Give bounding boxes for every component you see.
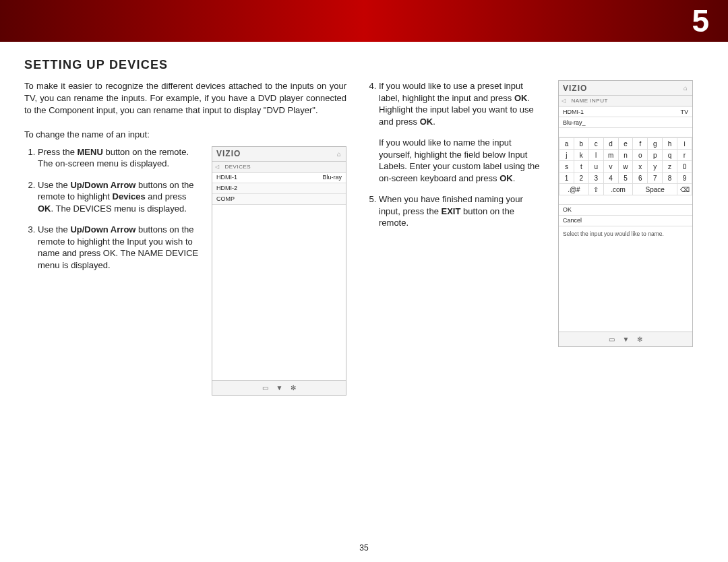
kb-key[interactable]: 2 xyxy=(574,173,588,184)
kb-key[interactable]: q xyxy=(663,150,677,161)
kb-key[interactable]: f xyxy=(633,138,648,150)
kb-key[interactable]: l xyxy=(588,150,603,161)
kb-key[interactable]: 3 xyxy=(588,173,603,184)
kb-key[interactable]: 0 xyxy=(677,161,692,173)
kb-key[interactable]: v xyxy=(603,161,618,173)
step-4: If you would like to use a preset input … xyxy=(379,80,545,127)
keyboard: abcdefghi jklmnopqr stuvwxyz0 123456789 … xyxy=(559,137,692,195)
step-4-alt: If you would like to name the input your… xyxy=(365,137,545,184)
step-5: When you have finished naming your input… xyxy=(379,193,545,229)
table-row: HDMI-1 Blu-ray xyxy=(212,173,346,183)
chevron-down-icon: ▼ xyxy=(623,336,630,343)
kb-key[interactable]: 9 xyxy=(677,173,692,184)
kb-backspace[interactable]: ⌫ xyxy=(677,184,692,195)
table-row: Blu-ray_ xyxy=(559,117,692,128)
page-number: 35 xyxy=(359,543,368,553)
widescreen-icon: ▭ xyxy=(609,336,615,343)
kb-key[interactable]: y xyxy=(648,161,663,173)
kb-key[interactable]: p xyxy=(648,150,663,161)
kb-key[interactable]: j xyxy=(559,150,574,161)
kb-key[interactable]: 1 xyxy=(559,173,574,184)
kb-key[interactable]: 4 xyxy=(603,173,618,184)
gear-icon: ✻ xyxy=(291,384,296,392)
kb-key[interactable]: 7 xyxy=(648,173,663,184)
kb-key[interactable]: 6 xyxy=(633,173,648,184)
kb-key[interactable]: z xyxy=(663,161,677,173)
chevron-down-icon: ▼ xyxy=(276,384,283,392)
chapter-number: 5 xyxy=(692,3,709,39)
kb-key[interactable]: 5 xyxy=(618,173,633,184)
kb-key[interactable]: a xyxy=(559,138,574,150)
kb-shift[interactable]: ⇧ xyxy=(588,184,603,195)
kb-key[interactable]: o xyxy=(633,150,648,161)
kb-key[interactable]: b xyxy=(574,138,588,150)
kb-key[interactable]: r xyxy=(677,150,692,161)
chapter-bar: 5 xyxy=(0,0,728,42)
home-icon: ⌂ xyxy=(337,150,342,158)
kb-key[interactable]: x xyxy=(633,161,648,173)
step-2: Use the Up/Down Arrow buttons on the rem… xyxy=(38,179,202,215)
back-arrow-icon: ◁ xyxy=(215,164,220,170)
name-input-menu-mock: VIZIO ⌂ ◁ NAME INPUT HDMI-1 TV Blu-ray_ xyxy=(558,80,693,347)
kb-key[interactable]: e xyxy=(618,138,633,150)
home-icon: ⌂ xyxy=(684,84,688,92)
kb-space[interactable]: Space xyxy=(633,184,677,195)
widescreen-icon: ▭ xyxy=(262,384,268,392)
menu-title: DEVICES xyxy=(225,164,251,170)
table-row: HDMI-2 xyxy=(212,183,346,194)
kb-dotcom[interactable]: .com xyxy=(603,184,633,195)
kb-key[interactable]: 8 xyxy=(663,173,677,184)
kb-key[interactable]: g xyxy=(648,138,663,150)
kb-key[interactable]: w xyxy=(618,161,633,173)
kb-key[interactable]: n xyxy=(618,150,633,161)
kb-key[interactable]: d xyxy=(603,138,618,150)
kb-key[interactable]: t xyxy=(574,161,588,173)
table-row: COMP xyxy=(212,194,346,205)
kb-key[interactable]: k xyxy=(574,150,588,161)
kb-key[interactable]: s xyxy=(559,161,574,173)
table-row: HDMI-1 TV xyxy=(559,106,692,117)
page-title: SETTING UP DEVICES xyxy=(24,58,704,72)
kb-key[interactable]: c xyxy=(588,138,603,150)
hint-text: Select the input you would like to name. xyxy=(559,226,692,332)
kb-symbols[interactable]: .@# xyxy=(559,184,589,195)
ok-button[interactable]: OK xyxy=(559,205,692,216)
gear-icon: ✻ xyxy=(637,336,642,343)
brand-label: VIZIO xyxy=(563,84,587,93)
step-3: Use the Up/Down Arrow buttons on the rem… xyxy=(38,224,202,271)
brand-label: VIZIO xyxy=(216,149,241,158)
menu-title: NAME INPUT xyxy=(572,98,608,104)
lead-text: To change the name of an input: xyxy=(24,129,346,139)
kb-key[interactable]: h xyxy=(663,138,677,150)
step-1: Press the MENU button on the remote. The… xyxy=(38,146,202,170)
back-arrow-icon: ◁ xyxy=(562,98,566,104)
kb-key[interactable]: m xyxy=(603,150,618,161)
devices-menu-mock: VIZIO ⌂ ◁ DEVICES HDMI-1 Blu-ray HDMI-2 xyxy=(212,146,346,396)
intro-text: To make it easier to recognize the diffe… xyxy=(24,80,346,117)
kb-key[interactable]: i xyxy=(677,138,692,150)
cancel-button[interactable]: Cancel xyxy=(559,216,692,226)
kb-key[interactable]: u xyxy=(588,161,603,173)
